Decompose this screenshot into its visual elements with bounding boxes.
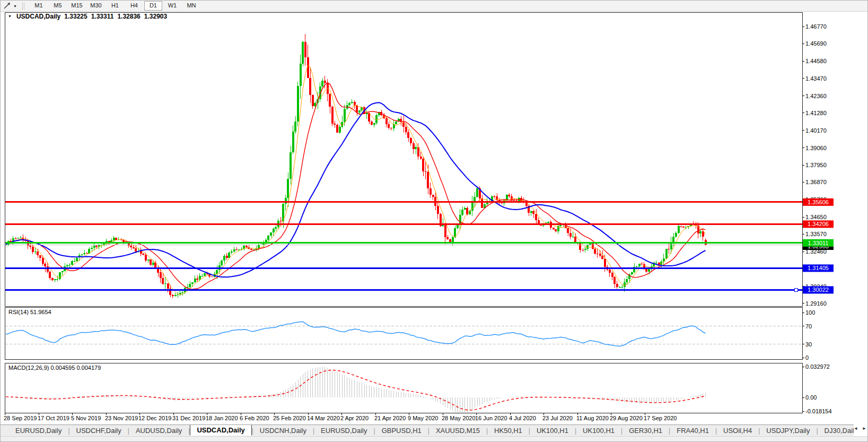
svg-text:1.45690: 1.45690 (805, 40, 827, 47)
chart-tab-HK50-H1[interactable]: HK50,H1 (488, 426, 529, 436)
svg-text:1.46770: 1.46770 (805, 23, 827, 30)
svg-text:0: 0 (805, 354, 809, 361)
chart-tab-USDCHF-Daily[interactable]: USDCHF,Daily (70, 426, 128, 436)
tab-scroll-buttons: ◄ ► (854, 426, 866, 431)
svg-text:0.032972: 0.032972 (805, 363, 830, 370)
chart-tab-UK100-H1[interactable]: UK100,H1 (530, 426, 575, 436)
svg-text:1.44580: 1.44580 (805, 58, 827, 64)
svg-text:6 Feb 2020: 6 Feb 2020 (240, 415, 269, 421)
timeframe-button-D1[interactable]: D1 (144, 1, 162, 11)
ohlc-close: 1.32903 (144, 13, 167, 20)
chart-tab-DJ30-Daily[interactable]: DJ30,Daily (818, 426, 854, 436)
svg-text:29 Aug 2020: 29 Aug 2020 (610, 415, 643, 421)
svg-text:23 Jul 2020: 23 Jul 2020 (542, 415, 573, 421)
toolbar-grip[interactable] (22, 3, 24, 10)
chart-tab-FRA40-H1[interactable]: FRA40,H1 (670, 426, 715, 436)
timeframe-button-H4[interactable]: H4 (125, 1, 143, 11)
timeframe-button-M15[interactable]: M15 (68, 1, 86, 11)
timeframe-button-M1[interactable]: M1 (30, 1, 48, 11)
chart-tab-GER30-H1[interactable]: GER30,H1 (622, 426, 669, 436)
ohlc-low: 1.32836 (117, 13, 140, 20)
svg-text:12 Dec 2019: 12 Dec 2019 (138, 415, 171, 421)
svg-text:1.29160: 1.29160 (805, 300, 827, 307)
svg-text:18 Jan 2020: 18 Jan 2020 (206, 415, 238, 421)
chart-tab-USDCAD-Daily[interactable]: USDCAD,Daily (190, 424, 251, 436)
chart-tab-AUDUSD-Daily[interactable]: AUDUSD,Daily (129, 426, 188, 436)
chart-tab-UK100-H1[interactable]: UK100,H1 (576, 426, 621, 436)
chart-tab-USOil-H4[interactable]: USOil,H4 (717, 426, 758, 436)
rsi-plot-area[interactable] (5, 307, 802, 359)
svg-text:1.31405: 1.31405 (808, 265, 829, 271)
ohlc-open: 1.33225 (64, 13, 87, 20)
svg-text:0.00: 0.00 (805, 394, 817, 401)
svg-text:21 Apr 2020: 21 Apr 2020 (374, 415, 406, 421)
svg-text:11 Aug 2020: 11 Aug 2020 (576, 415, 609, 421)
timeframe-button-W1[interactable]: W1 (163, 1, 181, 11)
ohlc-high: 1.33311 (91, 13, 114, 20)
timeframe-button-H1[interactable]: H1 (106, 1, 124, 11)
svg-text:31 Dec 2019: 31 Dec 2019 (172, 415, 205, 421)
svg-text:1.39060: 1.39060 (805, 145, 827, 151)
macd-indicator-label: MACD(12,26,9) 0.004595 0.004179 (8, 365, 101, 371)
tab-scroll-right-icon[interactable]: ► (862, 426, 866, 431)
hline-badge-1.35606: 1.35606 (803, 198, 834, 206)
tab-scroll-left-icon[interactable]: ◄ (854, 426, 858, 431)
svg-text:16 Jun 2020: 16 Jun 2020 (475, 415, 507, 421)
timeframe-button-M30[interactable]: M30 (87, 1, 105, 11)
svg-text:4 Jul 2020: 4 Jul 2020 (509, 415, 536, 421)
timeframe-button-M5[interactable]: M5 (49, 1, 67, 11)
hline-badge-1.33011: 1.33011 (803, 239, 834, 247)
svg-text:1.41280: 1.41280 (805, 110, 827, 116)
chart-tab-EURUSD-Daily[interactable]: EURUSD,Daily (314, 426, 373, 436)
chart-tab-bar: EURUSD,Daily|USDCHF,Daily|AUDUSD,Daily|U… (1, 424, 854, 436)
svg-text:70: 70 (805, 323, 812, 330)
hline-badge-1.34206: 1.34206 (803, 220, 834, 228)
chart-collapse-icon[interactable]: ▼ (8, 14, 12, 18)
svg-text:-0.018154: -0.018154 (805, 408, 832, 414)
svg-text:28 May 2020: 28 May 2020 (442, 415, 476, 421)
svg-text:5 Nov 2019: 5 Nov 2019 (71, 415, 101, 421)
timeframe-toolbar: ▼ M1M5M15M30H1H4D1W1MN (1, 1, 867, 12)
svg-text:23 Nov 2019: 23 Nov 2019 (105, 415, 138, 421)
svg-text:25 Feb 2020: 25 Feb 2020 (273, 415, 306, 421)
svg-text:1.42360: 1.42360 (805, 93, 827, 99)
chart-tab-GBPUSD-H1[interactable]: GBPUSD,H1 (375, 426, 428, 436)
svg-text:1.34206: 1.34206 (808, 221, 829, 227)
timeframe-button-MN[interactable]: MN (182, 1, 200, 11)
chart-tab-XAUUSD-M15[interactable]: XAUUSD,M15 (429, 426, 486, 436)
chart-tab-USDJPY-Daily[interactable]: USDJPY,Daily (760, 426, 816, 436)
svg-text:1.37950: 1.37950 (805, 162, 827, 168)
svg-text:1.30022: 1.30022 (808, 287, 829, 293)
svg-text:2 Apr 2020: 2 Apr 2020 (340, 415, 369, 421)
svg-text:1.34650: 1.34650 (805, 214, 827, 220)
chart-title: ▼USDCAD,Daily1.332251.333111.328361.3290… (8, 13, 167, 20)
svg-text:17 Oct 2019: 17 Oct 2019 (38, 415, 69, 421)
trading-terminal-window: ▼ M1M5M15M30H1H4D1W1MN 1.467701.456901.4… (0, 0, 868, 442)
svg-text:1.33011: 1.33011 (808, 240, 829, 246)
chart-symbol-label: USDCAD,Daily (16, 13, 60, 20)
macd-plot-area[interactable] (5, 363, 802, 413)
svg-text:30: 30 (805, 341, 812, 348)
chart-tab-EURUSD-Daily[interactable]: EURUSD,Daily (9, 426, 68, 436)
svg-text:14 Mar 2020: 14 Mar 2020 (307, 415, 340, 421)
rsi-indicator-label: RSI(14) 51.9654 (8, 309, 51, 315)
svg-text:1.36870: 1.36870 (805, 179, 827, 185)
hline-badge-1.31405: 1.31405 (803, 264, 834, 272)
svg-text:1.35606: 1.35606 (808, 199, 829, 205)
svg-text:1.43470: 1.43470 (805, 75, 827, 82)
svg-text:28 Sep 2019: 28 Sep 2019 (4, 415, 37, 421)
chart-tab-USDCNH-Daily[interactable]: USDCNH,Daily (253, 426, 313, 436)
hline-badge-1.30022: 1.30022 (803, 286, 834, 293)
status-bar (1, 436, 867, 442)
svg-text:1.40170: 1.40170 (805, 127, 827, 134)
svg-text:100: 100 (805, 309, 815, 316)
svg-text:17 Sep 2020: 17 Sep 2020 (644, 415, 677, 421)
tool-dropdown-caret-icon[interactable]: ▼ (13, 4, 17, 8)
svg-text:1.33570: 1.33570 (805, 231, 827, 237)
svg-text:9 May 2020: 9 May 2020 (408, 415, 438, 421)
main-plot-area[interactable] (5, 12, 802, 306)
pointer-tool-icon[interactable] (3, 2, 12, 10)
